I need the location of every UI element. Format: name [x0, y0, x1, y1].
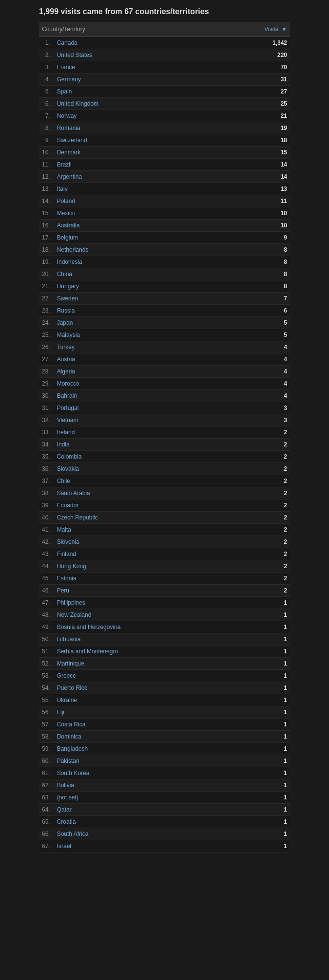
country-cell: Indonesia — [54, 256, 221, 268]
country-link[interactable]: South Africa — [57, 831, 89, 837]
table-row: 10.Denmark15 — [39, 147, 290, 159]
rank-cell: 4. — [39, 74, 54, 86]
country-cell: Lithuania — [54, 633, 221, 646]
country-link[interactable]: Russia — [57, 307, 75, 314]
country-link[interactable]: Israel — [57, 843, 71, 850]
country-link[interactable]: Australia — [57, 222, 80, 229]
table-row: 61.South Korea1 — [39, 767, 290, 779]
country-cell: Israel — [54, 840, 221, 852]
country-link[interactable]: Germany — [57, 76, 81, 83]
country-link[interactable]: Costa Rica — [57, 721, 86, 728]
country-link[interactable]: Colombia — [57, 453, 82, 460]
country-link[interactable]: United Kingdom — [57, 100, 98, 107]
country-link[interactable]: Brazil — [57, 161, 72, 168]
country-link[interactable]: Fiji — [57, 709, 64, 716]
country-link[interactable]: (not set) — [57, 794, 78, 801]
country-link[interactable]: Belgium — [57, 234, 78, 241]
country-link[interactable]: United States — [57, 52, 92, 58]
rank-cell: 35. — [39, 451, 54, 463]
country-link[interactable]: Martinique — [57, 660, 84, 667]
visits-cell: 2 — [221, 560, 290, 573]
country-link[interactable]: Puerto Rico — [57, 684, 88, 691]
visits-cell: 1 — [221, 804, 290, 816]
country-cell: Hong Kong — [54, 560, 221, 573]
country-link[interactable]: Algeria — [57, 368, 75, 375]
country-link[interactable]: Pakistan — [57, 758, 79, 764]
country-link[interactable]: Sweden — [57, 295, 78, 302]
country-link[interactable]: Austria — [57, 356, 75, 363]
rank-cell: 66. — [39, 828, 54, 840]
table-row: 24.Japan5 — [39, 317, 290, 329]
country-link[interactable]: Bosnia and Herzegovina — [57, 624, 121, 630]
country-cell: India — [54, 439, 221, 451]
country-link[interactable]: Hungary — [57, 283, 79, 290]
country-link[interactable]: Qatar — [57, 806, 72, 813]
visits-header[interactable]: Visits ▼ — [221, 22, 290, 37]
visits-cell: 3 — [221, 402, 290, 414]
country-link[interactable]: Indonesia — [57, 259, 82, 265]
country-link[interactable]: Bolivia — [57, 782, 74, 789]
country-link[interactable]: Romania — [57, 125, 80, 131]
country-link[interactable]: Hong Kong — [57, 563, 86, 570]
country-link[interactable]: Norway — [57, 112, 77, 119]
country-link[interactable]: Vietnam — [57, 417, 78, 424]
rank-cell: 27. — [39, 353, 54, 366]
country-link[interactable]: Netherlands — [57, 246, 89, 253]
country-link[interactable]: Ireland — [57, 429, 75, 436]
country-link[interactable]: Bangladesh — [57, 745, 88, 752]
country-link[interactable]: Malta — [57, 526, 71, 533]
country-link[interactable]: China — [57, 271, 72, 277]
rank-cell: 57. — [39, 719, 54, 731]
rank-cell: 9. — [39, 134, 54, 147]
country-link[interactable]: Switzerland — [57, 137, 87, 144]
country-link[interactable]: New Zealand — [57, 611, 92, 618]
country-link[interactable]: Peru — [57, 587, 69, 594]
country-link[interactable]: South Korea — [57, 770, 90, 777]
country-link[interactable]: Saudi Arabia — [57, 490, 90, 497]
country-link[interactable]: Serbia and Montenegro — [57, 648, 118, 655]
country-link[interactable]: Czech Republic — [57, 514, 98, 521]
rank-cell: 10. — [39, 147, 54, 159]
table-row: 65.Croatia1 — [39, 816, 290, 828]
country-link[interactable]: Portugal — [57, 405, 79, 411]
country-link[interactable]: Finland — [57, 551, 76, 557]
country-link[interactable]: India — [57, 441, 70, 448]
rank-cell: 43. — [39, 548, 54, 560]
table-row: 41.Malta2 — [39, 524, 290, 536]
visits-cell: 2 — [221, 439, 290, 451]
country-link[interactable]: Canada — [57, 39, 77, 46]
visits-cell: 4 — [221, 353, 290, 366]
rank-cell: 40. — [39, 512, 54, 524]
country-link[interactable]: Ecuador — [57, 502, 79, 509]
country-link[interactable]: Spain — [57, 88, 72, 95]
table-row: 9.Switzerland18 — [39, 134, 290, 147]
rank-cell: 67. — [39, 840, 54, 852]
country-link[interactable]: Denmark — [57, 149, 81, 156]
country-cell: Canada — [54, 37, 221, 49]
country-link[interactable]: Morocco — [57, 380, 79, 387]
country-link[interactable]: Greece — [57, 672, 76, 679]
country-link[interactable]: Poland — [57, 198, 75, 204]
country-link[interactable]: Dominica — [57, 733, 81, 740]
table-row: 66.South Africa1 — [39, 828, 290, 840]
country-link[interactable]: France — [57, 64, 75, 71]
country-link[interactable]: Bahrain — [57, 392, 77, 399]
country-link[interactable]: Ukraine — [57, 697, 77, 703]
country-link[interactable]: Lithuania — [57, 636, 81, 643]
country-link[interactable]: Philippines — [57, 599, 85, 606]
country-link[interactable]: Chile — [57, 478, 70, 484]
table-row: 5.Spain27 — [39, 86, 290, 98]
country-link[interactable]: Slovenia — [57, 538, 79, 545]
country-link[interactable]: Croatia — [57, 818, 76, 825]
country-link[interactable]: Turkey — [57, 344, 75, 351]
country-link[interactable]: Italy — [57, 185, 68, 192]
visits-cell: 1 — [221, 779, 290, 792]
country-link[interactable]: Slovakia — [57, 465, 79, 472]
country-link[interactable]: Argentina — [57, 173, 82, 180]
country-cell: New Zealand — [54, 609, 221, 621]
country-link[interactable]: Malaysia — [57, 332, 80, 338]
country-link[interactable]: Japan — [57, 319, 73, 326]
country-cell: Denmark — [54, 147, 221, 159]
country-link[interactable]: Estonia — [57, 575, 77, 582]
country-link[interactable]: Mexico — [57, 210, 76, 217]
